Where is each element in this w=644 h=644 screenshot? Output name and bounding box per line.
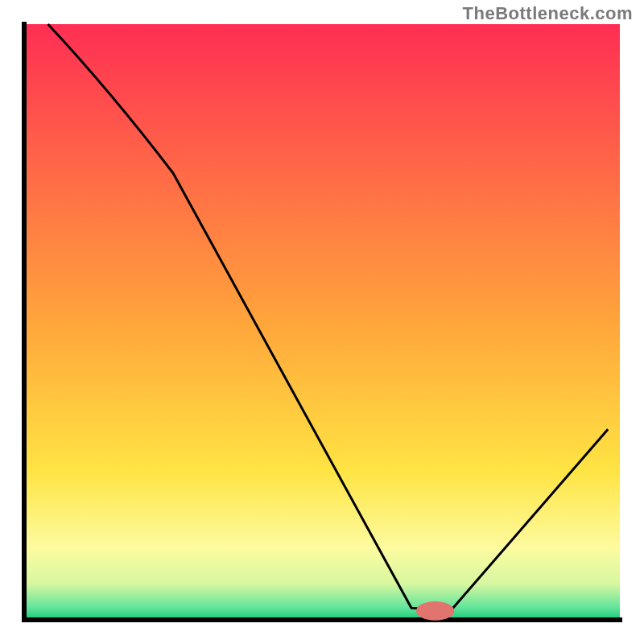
chart-container: TheBottleneck.com: [0, 0, 644, 644]
chart-background: [24, 24, 620, 620]
bottleneck-chart: [0, 0, 644, 644]
optimal-marker: [416, 601, 454, 621]
watermark-label: TheBottleneck.com: [463, 3, 633, 24]
